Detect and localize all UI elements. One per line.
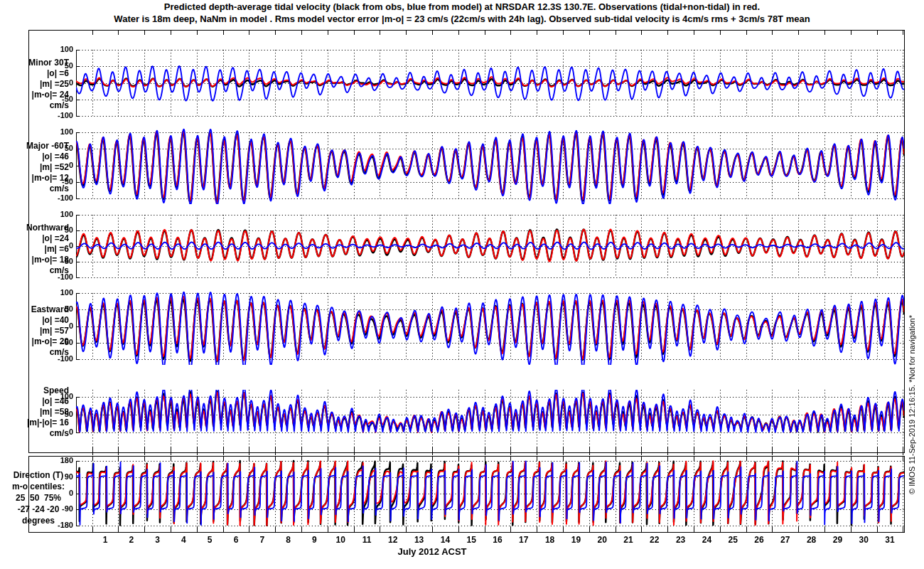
x-day-label: 29 <box>826 535 849 545</box>
y-tick-label-major: 0 <box>43 161 73 169</box>
x-day-label: 5 <box>198 535 221 545</box>
y-tick-label-dir: 90 <box>43 472 73 481</box>
x-day-label: 18 <box>539 535 562 545</box>
x-day-label: 20 <box>591 535 613 545</box>
y-tick-label-east: 0 <box>43 321 73 330</box>
x-day-label: 8 <box>277 535 300 545</box>
x-day-label: 30 <box>852 535 875 545</box>
x-day-label: 16 <box>486 535 509 545</box>
x-day-label: 24 <box>695 535 718 545</box>
x-day-label: 22 <box>643 535 666 545</box>
x-day-label: 7 <box>251 535 274 545</box>
y-tick-label-east: -50 <box>43 338 73 346</box>
x-day-label: 13 <box>408 535 431 545</box>
y-tick-label-minor: -50 <box>43 95 73 103</box>
y-tick-label-dir: -90 <box>43 504 73 513</box>
x-day-label: 11 <box>355 535 378 545</box>
x-day-label: 19 <box>564 535 587 545</box>
y-tick-label-north: 50 <box>43 225 73 234</box>
tidal-plot-canvas <box>0 0 924 569</box>
y-tick-label-minor: 100 <box>43 45 73 53</box>
x-day-label: 14 <box>434 535 456 545</box>
x-day-label: 23 <box>670 535 692 545</box>
x-day-label: 12 <box>382 535 404 545</box>
x-day-label: 15 <box>460 535 483 545</box>
y-tick-label-north: -100 <box>43 272 73 281</box>
x-day-label: 10 <box>329 535 352 545</box>
y-tick-label-major: -50 <box>43 177 73 186</box>
x-day-label: 6 <box>225 535 247 545</box>
y-tick-label-dir: -180 <box>43 521 73 529</box>
y-tick-label-north: 0 <box>43 241 73 250</box>
y-tick-label-dir: 180 <box>43 456 73 464</box>
panel-label-line: |m|-|o|= 16 <box>0 418 69 428</box>
y-tick-label-north: 100 <box>43 210 73 218</box>
xaxis-title: July 2012 ACST <box>326 546 539 557</box>
x-day-label: 25 <box>721 535 744 545</box>
y-tick-label-east: -100 <box>43 354 73 363</box>
y-tick-label-speed: 50 <box>43 410 73 418</box>
x-day-label: 27 <box>774 535 797 545</box>
y-tick-label-east: 100 <box>43 288 73 297</box>
y-tick-label-dir: 0 <box>43 489 73 497</box>
x-day-label: 17 <box>512 535 535 545</box>
x-day-label: 2 <box>120 535 143 545</box>
x-day-label: 1 <box>94 535 117 545</box>
x-day-label: 26 <box>748 535 770 545</box>
y-tick-label-minor: 50 <box>43 61 73 70</box>
y-tick-label-east: 50 <box>43 304 73 313</box>
imos-watermark: © IMOS 11-Sep-2019 12:16:15. *Not for na… <box>908 255 918 554</box>
y-tick-label-speed: 0 <box>43 427 73 436</box>
y-tick-label-major: 50 <box>43 144 73 152</box>
y-tick-label-speed: 100 <box>43 392 73 400</box>
x-day-label: 31 <box>879 535 901 545</box>
y-tick-label-north: -50 <box>43 257 73 265</box>
x-day-label: 3 <box>146 535 169 545</box>
x-day-label: 4 <box>172 535 195 545</box>
y-tick-label-minor: 0 <box>43 78 73 87</box>
x-day-label: 21 <box>617 535 640 545</box>
y-tick-label-major: -100 <box>43 193 73 202</box>
x-day-label: 9 <box>303 535 326 545</box>
tidal-velocity-figure: Predicted depth-average tidal velocity (… <box>0 0 924 569</box>
y-tick-label-minor: -100 <box>43 111 73 119</box>
y-tick-label-major: 100 <box>43 127 73 136</box>
x-day-label: 28 <box>800 535 823 545</box>
